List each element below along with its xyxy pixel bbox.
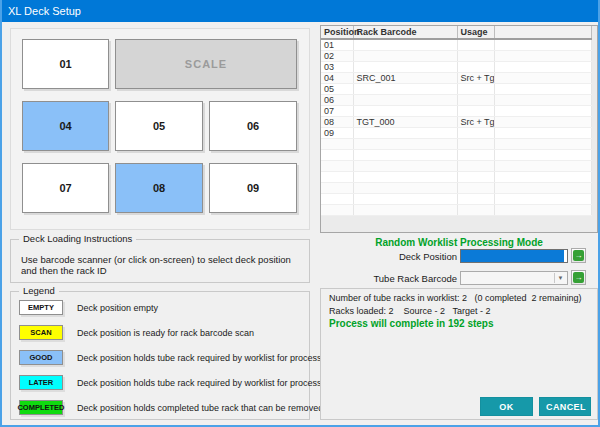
legend-chip-label: EMPTY <box>28 303 54 312</box>
green-arrow-icon: → <box>573 250 584 261</box>
cancel-button[interactable]: CANCEL <box>539 397 591 416</box>
deck-position-05[interactable]: 05 <box>115 101 203 151</box>
deck-position-label: 01 <box>59 58 71 70</box>
column-header <box>494 26 591 39</box>
column-header: Rack Barcode <box>353 26 457 39</box>
table-row: 05 <box>321 84 591 95</box>
cell-position: 06 <box>321 95 353 106</box>
cell-empty <box>494 95 591 106</box>
rack-table-panel: PositionRack BarcodeUsage 01020304SRC_00… <box>320 25 598 233</box>
legend-item: COMPLETEDDeck position holds completed t… <box>19 400 309 415</box>
cell-empty <box>494 139 591 150</box>
cell-usage <box>457 95 494 106</box>
column-header: Position <box>321 26 353 39</box>
deck-position-04[interactable]: 04 <box>22 101 109 151</box>
cell-position <box>321 161 353 172</box>
cell-usage <box>457 150 494 161</box>
legend-chip-later: LATER <box>19 375 63 390</box>
cell-empty <box>494 51 591 62</box>
cell-empty <box>494 117 591 128</box>
cell-usage <box>457 128 494 139</box>
deck-panel: 01SCALE040506070809 <box>10 28 310 230</box>
cell-usage <box>457 183 494 194</box>
cell-position: 09 <box>321 128 353 139</box>
rack-table-header-row: PositionRack BarcodeUsage <box>321 26 591 39</box>
legend-item-text: Deck position holds tube rack required b… <box>77 353 353 363</box>
legend-list: EMPTYDeck position emptySCANDeck positio… <box>11 300 309 415</box>
deck-position-07[interactable]: 07 <box>22 163 109 213</box>
legend-title: Legend <box>19 285 59 296</box>
tube-rack-barcode-combo[interactable]: ▼ <box>460 271 568 285</box>
cell-empty <box>494 128 591 139</box>
table-row: 08TGT_000Src + Tgt <box>321 117 591 128</box>
cell-empty <box>494 194 591 205</box>
column-header: Usage <box>457 26 494 39</box>
legend-item: LATERDeck position holds tube rack requi… <box>19 375 309 390</box>
legend-chip-scan: SCAN <box>19 325 63 340</box>
deck-position-01[interactable]: 01 <box>22 39 109 89</box>
cell-usage <box>457 172 494 183</box>
cell-empty <box>494 205 591 216</box>
cell-barcode <box>353 128 457 139</box>
table-row: 09 <box>321 128 591 139</box>
rack-table-body: 01020304SRC_001Src + Tgt05060708TGT_000S… <box>321 39 591 216</box>
cell-usage: Src + Tgt <box>457 73 494 84</box>
cell-position <box>321 194 353 205</box>
cell-empty <box>494 106 591 117</box>
cell-usage: Src + Tgt <box>457 117 494 128</box>
cell-position: 02 <box>321 51 353 62</box>
tube-rack-go-button[interactable]: → <box>571 270 586 285</box>
cell-position <box>321 150 353 161</box>
deck-position-label: Deck Position <box>320 251 457 262</box>
table-row: 01 <box>321 39 591 51</box>
cell-position <box>321 139 353 150</box>
deck-position-label: 05 <box>153 120 165 132</box>
legend-chip-label: LATER <box>29 378 53 387</box>
cell-barcode <box>353 139 457 150</box>
cell-empty <box>494 73 591 84</box>
cell-position <box>321 172 353 183</box>
table-row <box>321 139 591 150</box>
cell-position: 05 <box>321 84 353 95</box>
table-row: 04SRC_001Src + Tgt <box>321 73 591 84</box>
table-row <box>321 150 591 161</box>
cell-empty <box>494 161 591 172</box>
cell-barcode <box>353 150 457 161</box>
cell-empty <box>494 183 591 194</box>
cell-usage <box>457 139 494 150</box>
deck-position-06[interactable]: 06 <box>209 101 297 151</box>
legend-chip-empty: EMPTY <box>19 300 63 315</box>
cell-usage <box>457 84 494 95</box>
table-row <box>321 172 591 183</box>
title-bar[interactable]: XL Deck Setup <box>0 0 600 22</box>
legend-chip-label: SCAN <box>30 328 51 337</box>
legend-chip-label: COMPLETED <box>17 403 64 412</box>
deck-position-09[interactable]: 09 <box>209 163 297 213</box>
deck-position-08[interactable]: 08 <box>115 163 203 213</box>
cell-barcode <box>353 84 457 95</box>
ok-button[interactable]: OK <box>480 397 533 416</box>
cell-barcode <box>353 95 457 106</box>
cell-position: 07 <box>321 106 353 117</box>
xl-deck-setup-dialog: XL Deck Setup 01SCALE040506070809 Positi… <box>0 0 600 427</box>
cell-empty <box>494 84 591 95</box>
cell-barcode <box>353 62 457 73</box>
tube-rack-barcode-label: Tube Rack Barcode <box>320 273 457 284</box>
green-arrow-icon: → <box>573 272 584 283</box>
cell-empty <box>494 150 591 161</box>
table-row: 06 <box>321 95 591 106</box>
instructions-text: Use barcode scanner (or click on-screen)… <box>21 254 309 276</box>
deck-position-label: 04 <box>59 120 71 132</box>
processing-mode-title: Random Worklist Processing Mode <box>320 237 598 248</box>
cell-usage <box>457 62 494 73</box>
cell-position: 03 <box>321 62 353 73</box>
deck-position-label: SCALE <box>185 58 227 70</box>
cell-barcode: SRC_001 <box>353 73 457 84</box>
legend-groupbox: Legend EMPTYDeck position emptySCANDeck … <box>10 291 310 420</box>
deck-position-input[interactable] <box>460 249 568 263</box>
instructions-groupbox: Deck Loading Instructions Use barcode sc… <box>10 239 310 283</box>
deck-position-go-button[interactable]: → <box>571 248 586 263</box>
deck-position-label: 08 <box>153 182 165 194</box>
legend-chip-good: GOOD <box>19 350 63 365</box>
legend-item: EMPTYDeck position empty <box>19 300 309 315</box>
